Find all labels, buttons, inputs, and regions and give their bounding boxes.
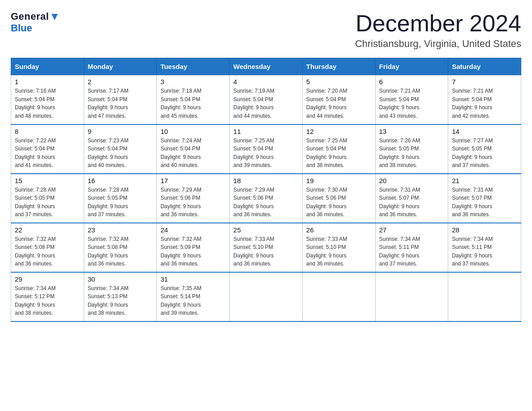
calendar-week-row: 1 Sunrise: 7:16 AM Sunset: 5:04 PM Dayli…	[11, 75, 521, 124]
day-number: 3	[160, 78, 226, 86]
calendar-week-row: 29 Sunrise: 7:34 AM Sunset: 5:12 PM Dayl…	[11, 272, 521, 321]
day-number: 6	[379, 78, 445, 86]
day-info: Sunrise: 7:31 AM Sunset: 5:07 PM Dayligh…	[379, 186, 445, 219]
day-info: Sunrise: 7:28 AM Sunset: 5:05 PM Dayligh…	[88, 186, 153, 219]
day-info: Sunrise: 7:29 AM Sunset: 5:06 PM Dayligh…	[160, 186, 226, 219]
weekday-header-friday: Friday	[375, 58, 448, 75]
day-number: 13	[379, 128, 445, 135]
calendar-cell	[230, 272, 303, 321]
day-info: Sunrise: 7:22 AM Sunset: 5:04 PM Dayligh…	[15, 137, 80, 170]
day-info: Sunrise: 7:24 AM Sunset: 5:04 PM Dayligh…	[160, 137, 226, 170]
day-info: Sunrise: 7:23 AM Sunset: 5:04 PM Dayligh…	[88, 137, 153, 170]
weekday-header-sunday: Sunday	[11, 58, 84, 75]
day-info: Sunrise: 7:34 AM Sunset: 5:11 PM Dayligh…	[452, 235, 517, 268]
svg-marker-0	[51, 14, 58, 20]
day-info: Sunrise: 7:27 AM Sunset: 5:05 PM Dayligh…	[452, 137, 517, 170]
day-number: 23	[88, 226, 153, 234]
day-info: Sunrise: 7:20 AM Sunset: 5:04 PM Dayligh…	[306, 87, 372, 120]
calendar-cell: 6 Sunrise: 7:21 AM Sunset: 5:04 PM Dayli…	[375, 75, 448, 124]
day-info: Sunrise: 7:34 AM Sunset: 5:13 PM Dayligh…	[88, 284, 153, 317]
day-number: 17	[160, 177, 226, 184]
day-info: Sunrise: 7:33 AM Sunset: 5:10 PM Dayligh…	[233, 235, 299, 268]
day-info: Sunrise: 7:21 AM Sunset: 5:04 PM Dayligh…	[379, 87, 445, 120]
calendar-week-row: 15 Sunrise: 7:28 AM Sunset: 5:05 PM Dayl…	[11, 174, 521, 223]
day-number: 5	[306, 78, 372, 86]
calendar-cell: 31 Sunrise: 7:35 AM Sunset: 5:14 PM Dayl…	[157, 272, 230, 321]
page-header: General Blue December 2024 Christiansbur…	[11, 11, 521, 50]
day-number: 14	[452, 128, 517, 135]
calendar-cell: 30 Sunrise: 7:34 AM Sunset: 5:13 PM Dayl…	[84, 272, 157, 321]
calendar-cell: 9 Sunrise: 7:23 AM Sunset: 5:04 PM Dayli…	[84, 124, 157, 174]
calendar-cell: 22 Sunrise: 7:32 AM Sunset: 5:08 PM Dayl…	[11, 223, 84, 272]
month-title: December 2024	[355, 11, 521, 36]
day-info: Sunrise: 7:32 AM Sunset: 5:08 PM Dayligh…	[88, 235, 153, 268]
day-number: 20	[379, 177, 445, 184]
day-info: Sunrise: 7:19 AM Sunset: 5:04 PM Dayligh…	[233, 87, 299, 120]
calendar-cell: 12 Sunrise: 7:25 AM Sunset: 5:04 PM Dayl…	[302, 124, 375, 174]
calendar-week-row: 8 Sunrise: 7:22 AM Sunset: 5:04 PM Dayli…	[11, 124, 521, 174]
day-number: 21	[452, 177, 517, 184]
logo-general-text: General	[11, 11, 49, 22]
calendar-table: SundayMondayTuesdayWednesdayThursdayFrid…	[11, 58, 521, 322]
calendar-cell: 20 Sunrise: 7:31 AM Sunset: 5:07 PM Dayl…	[375, 174, 448, 223]
calendar-cell: 3 Sunrise: 7:18 AM Sunset: 5:04 PM Dayli…	[157, 75, 230, 124]
day-number: 1	[15, 78, 80, 86]
calendar-cell: 16 Sunrise: 7:28 AM Sunset: 5:05 PM Dayl…	[84, 174, 157, 223]
logo-arrow-icon	[50, 12, 60, 22]
weekday-header-monday: Monday	[84, 58, 157, 75]
day-info: Sunrise: 7:21 AM Sunset: 5:04 PM Dayligh…	[452, 87, 517, 120]
calendar-cell: 25 Sunrise: 7:33 AM Sunset: 5:10 PM Dayl…	[230, 223, 303, 272]
day-number: 2	[88, 78, 153, 86]
day-number: 19	[306, 177, 372, 184]
day-info: Sunrise: 7:34 AM Sunset: 5:12 PM Dayligh…	[15, 284, 80, 317]
calendar-cell: 14 Sunrise: 7:27 AM Sunset: 5:05 PM Dayl…	[448, 124, 521, 174]
day-number: 10	[160, 128, 226, 135]
calendar-cell: 11 Sunrise: 7:25 AM Sunset: 5:04 PM Dayl…	[230, 124, 303, 174]
day-number: 22	[15, 226, 80, 234]
weekday-header-tuesday: Tuesday	[157, 58, 230, 75]
day-info: Sunrise: 7:34 AM Sunset: 5:11 PM Dayligh…	[379, 235, 445, 268]
day-number: 15	[15, 177, 80, 184]
calendar-cell: 28 Sunrise: 7:34 AM Sunset: 5:11 PM Dayl…	[448, 223, 521, 272]
day-number: 16	[88, 177, 153, 184]
day-info: Sunrise: 7:18 AM Sunset: 5:04 PM Dayligh…	[160, 87, 226, 120]
calendar-cell: 4 Sunrise: 7:19 AM Sunset: 5:04 PM Dayli…	[230, 75, 303, 124]
day-info: Sunrise: 7:31 AM Sunset: 5:07 PM Dayligh…	[452, 186, 517, 219]
calendar-cell: 19 Sunrise: 7:30 AM Sunset: 5:06 PM Dayl…	[302, 174, 375, 223]
day-info: Sunrise: 7:32 AM Sunset: 5:09 PM Dayligh…	[160, 235, 226, 268]
calendar-cell	[375, 272, 448, 321]
logo-blue-text: Blue	[11, 22, 32, 34]
day-info: Sunrise: 7:29 AM Sunset: 5:06 PM Dayligh…	[233, 186, 299, 219]
title-block: December 2024 Christiansburg, Virginia, …	[355, 11, 521, 50]
day-number: 30	[88, 275, 153, 283]
calendar-cell: 13 Sunrise: 7:26 AM Sunset: 5:05 PM Dayl…	[375, 124, 448, 174]
calendar-cell: 7 Sunrise: 7:21 AM Sunset: 5:04 PM Dayli…	[448, 75, 521, 124]
calendar-header-row: SundayMondayTuesdayWednesdayThursdayFrid…	[11, 58, 521, 75]
day-number: 12	[306, 128, 372, 135]
calendar-cell: 18 Sunrise: 7:29 AM Sunset: 5:06 PM Dayl…	[230, 174, 303, 223]
calendar-cell: 2 Sunrise: 7:17 AM Sunset: 5:04 PM Dayli…	[84, 75, 157, 124]
day-info: Sunrise: 7:26 AM Sunset: 5:05 PM Dayligh…	[379, 137, 445, 170]
day-number: 11	[233, 128, 299, 135]
day-number: 27	[379, 226, 445, 234]
calendar-cell: 5 Sunrise: 7:20 AM Sunset: 5:04 PM Dayli…	[302, 75, 375, 124]
day-info: Sunrise: 7:25 AM Sunset: 5:04 PM Dayligh…	[233, 137, 299, 170]
day-number: 18	[233, 177, 299, 184]
weekday-header-thursday: Thursday	[302, 58, 375, 75]
calendar-cell: 24 Sunrise: 7:32 AM Sunset: 5:09 PM Dayl…	[157, 223, 230, 272]
calendar-cell: 26 Sunrise: 7:33 AM Sunset: 5:10 PM Dayl…	[302, 223, 375, 272]
calendar-cell: 29 Sunrise: 7:34 AM Sunset: 5:12 PM Dayl…	[11, 272, 84, 321]
weekday-header-wednesday: Wednesday	[230, 58, 303, 75]
logo: General Blue	[11, 11, 60, 34]
calendar-cell: 10 Sunrise: 7:24 AM Sunset: 5:04 PM Dayl…	[157, 124, 230, 174]
day-number: 31	[160, 275, 226, 283]
day-number: 9	[88, 128, 153, 135]
calendar-cell: 23 Sunrise: 7:32 AM Sunset: 5:08 PM Dayl…	[84, 223, 157, 272]
day-number: 29	[15, 275, 80, 283]
day-info: Sunrise: 7:16 AM Sunset: 5:04 PM Dayligh…	[15, 87, 80, 120]
calendar-cell	[302, 272, 375, 321]
day-info: Sunrise: 7:30 AM Sunset: 5:06 PM Dayligh…	[306, 186, 372, 219]
weekday-header-saturday: Saturday	[448, 58, 521, 75]
calendar-cell: 1 Sunrise: 7:16 AM Sunset: 5:04 PM Dayli…	[11, 75, 84, 124]
calendar-cell: 15 Sunrise: 7:28 AM Sunset: 5:05 PM Dayl…	[11, 174, 84, 223]
